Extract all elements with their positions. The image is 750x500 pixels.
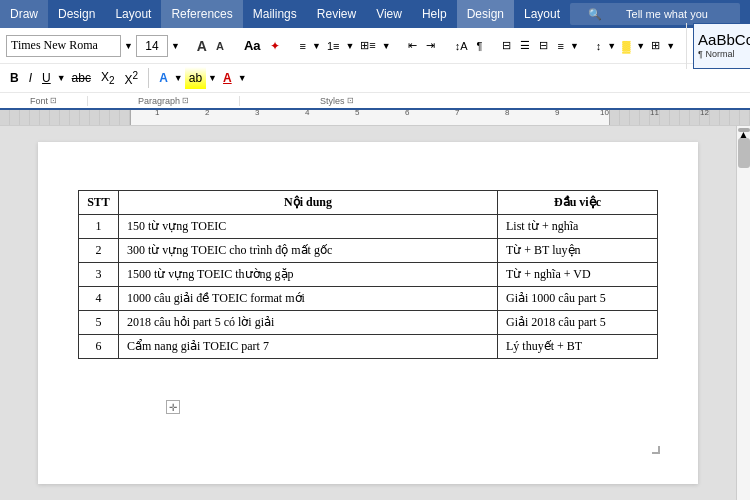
table-cell: 1 [79,215,119,239]
table-cell: Giải 1000 câu part 5 [498,287,658,311]
line-spacing-dropdown[interactable]: ▼ [607,41,616,51]
paragraph-section-expand[interactable]: ⊡ [182,96,189,105]
styles-section-expand[interactable]: ⊡ [347,96,354,105]
menu-layout[interactable]: Layout [105,0,161,28]
table-row: 6Cẩm nang giải TOEIC part 7Lý thuyết + B… [79,335,658,359]
italic-button[interactable]: I [25,67,36,89]
table-cell: List từ + nghĩa [498,215,658,239]
font-color-button[interactable]: A [219,67,236,89]
ordered-list-dropdown[interactable]: ▼ [345,41,354,51]
change-case-button[interactable]: Aa [241,35,264,57]
align-right-button[interactable]: ⊟ [536,35,551,57]
document-table: STT Nội dung Đầu việc 1150 từ vựng TOEIC… [78,190,658,359]
font-color-dropdown[interactable]: ▼ [238,73,247,83]
style-normal-preview: AaBbCcDc [698,32,750,49]
table-move-handle[interactable]: ✛ [166,400,180,414]
text-effects-dropdown[interactable]: ▼ [174,73,183,83]
font-family-dropdown-icon[interactable]: ▼ [124,41,133,51]
superscript-button[interactable]: X2 [121,67,143,89]
highlight-button[interactable]: ab [185,67,206,89]
clear-formatting-button[interactable]: ✦ [267,35,283,57]
font-shrink-button[interactable]: A [213,35,227,57]
highlight-dropdown[interactable]: ▼ [208,73,217,83]
decrease-indent-button[interactable]: ⇤ [405,35,420,57]
table-cell: 6 [79,335,119,359]
menu-review[interactable]: Review [307,0,366,28]
align-left-button[interactable]: ⊟ [499,35,514,57]
scroll-up-arrow[interactable]: ▲ [738,128,750,132]
table-cell: 1500 từ vựng TOEIC thường gặp [119,263,498,287]
table-row: 1150 từ vựng TOEICList từ + nghĩa [79,215,658,239]
menu-draw[interactable]: Draw [0,0,48,28]
menu-view[interactable]: View [366,0,412,28]
show-formatting-button[interactable]: ¶ [474,35,486,57]
table-cell: 1000 câu giải đề TOEIC format mới [119,287,498,311]
unordered-list-dropdown[interactable]: ▼ [312,41,321,51]
table-header-dauviec: Đầu việc [498,191,658,215]
menu-bar: Draw Design Layout References Mailings R… [0,0,750,28]
multilevel-list-dropdown[interactable]: ▼ [382,41,391,51]
borders-dropdown[interactable]: ▼ [666,41,675,51]
strikethrough-button[interactable]: abc [68,67,95,89]
table-cell: Từ + BT luyện [498,239,658,263]
table-header-noidung: Nội dung [119,191,498,215]
table-row: 31500 từ vựng TOEIC thường gặpTừ + nghĩa… [79,263,658,287]
table-cell: 150 từ vựng TOEIC [119,215,498,239]
table-row: 2300 từ vựng TOEIC cho trình độ mất gốcT… [79,239,658,263]
underline-dropdown[interactable]: ▼ [57,73,66,83]
menu-references[interactable]: References [161,0,242,28]
table-row: 41000 câu giải đề TOEIC format mớiGiải 1… [79,287,658,311]
ruler: 1 2 3 4 5 6 7 8 9 10 11 12 [0,110,750,126]
table-row: 52018 câu hỏi part 5 có lời giảiGiải 201… [79,311,658,335]
underline-button[interactable]: U [38,67,55,89]
font-section-expand[interactable]: ⊡ [50,96,57,105]
scroll-thumb[interactable] [738,138,750,168]
style-normal[interactable]: AaBbCcDc ¶ Normal [693,23,750,69]
sort-button[interactable]: ↕A [452,35,471,57]
table-cell: Từ + nghĩa + VD [498,263,658,287]
table-header-stt: STT [79,191,119,215]
paragraph-section-label: Paragraph [138,96,180,106]
table-cell: 2018 câu hỏi part 5 có lời giải [119,311,498,335]
table-cell: 3 [79,263,119,287]
line-spacing-button[interactable]: ↕ [593,35,605,57]
align-dropdown[interactable]: ▼ [570,41,579,51]
font-size-input[interactable] [136,35,168,57]
bold-button[interactable]: B [6,67,23,89]
table-resize-handle[interactable] [652,446,660,454]
divider-format [148,68,149,88]
table-cell: Cẩm nang giải TOEIC part 7 [119,335,498,359]
style-normal-label: ¶ Normal [698,49,750,59]
vertical-scrollbar[interactable]: ▲ [736,126,750,500]
shading-button[interactable]: ▓ [619,35,633,57]
table-cell: 300 từ vựng TOEIC cho trình độ mất gốc [119,239,498,263]
table-cell: Giải 2018 câu part 5 [498,311,658,335]
multilevel-list-button[interactable]: ⊞≡ [357,35,378,57]
menu-help[interactable]: Help [412,0,457,28]
font-size-dropdown-icon[interactable]: ▼ [171,41,180,51]
menu-mailings[interactable]: Mailings [243,0,307,28]
table-cell: Lý thuyết + BT [498,335,658,359]
ordered-list-button[interactable]: 1≡ [324,35,343,57]
increase-indent-button[interactable]: ⇥ [423,35,438,57]
table-cell: 5 [79,311,119,335]
font-grow-button[interactable]: A [194,35,210,57]
menu-design[interactable]: Design [48,0,105,28]
menu-layout-contextual[interactable]: Layout [514,0,570,28]
menu-design-contextual[interactable]: Design [457,0,514,28]
align-center-button[interactable]: ☰ [517,35,533,57]
shading-dropdown[interactable]: ▼ [636,41,645,51]
text-effects-button[interactable]: A [155,67,172,89]
unordered-list-button[interactable]: ≡ [297,35,309,57]
font-family-input[interactable] [6,35,121,57]
font-section-label: Font [30,96,48,106]
borders-button[interactable]: ⊞ [648,35,663,57]
table-cell: 2 [79,239,119,263]
subscript-button[interactable]: X2 [97,67,119,89]
table-cell: 4 [79,287,119,311]
styles-section-label: Styles [320,96,345,106]
justify-button[interactable]: ≡ [554,35,566,57]
